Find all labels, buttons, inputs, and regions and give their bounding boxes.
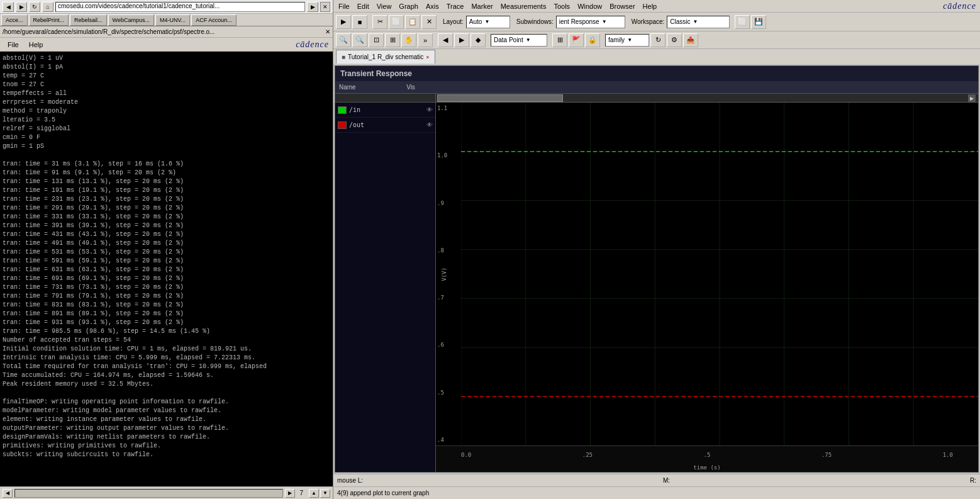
browser-tabs: Acce... RebelPrint... Rebelsail... WebCa… [0,14,333,26]
tb2-marker-btn[interactable]: ◆ [471,33,486,47]
x-val-00: 0.0 [461,452,471,458]
tb-cut-btn[interactable]: ✂ [372,15,387,29]
tb2-grid-btn[interactable]: ⊞ [552,33,567,47]
workspace-dropdown[interactable]: Classic ▼ [667,16,730,28]
signal-eye-out[interactable]: 👁 [426,121,433,128]
tab-acf[interactable]: ACF Accoun... [191,14,237,26]
path-close-icon[interactable]: ✕ [325,28,330,35]
tb-paste-btn[interactable]: 📋 [405,15,420,29]
x-val-75: .75 [821,452,832,458]
tb2-zoom-area-btn[interactable]: ⊞ [385,33,400,47]
tb2-back-btn[interactable]: ◀ [438,33,453,47]
menu-edit-right[interactable]: Edit [356,3,370,10]
tb2-arrows-btn[interactable]: » [418,33,433,47]
page-number: 7 [297,490,306,496]
window-close-button[interactable]: ✕ [320,2,330,12]
menu-trace-right[interactable]: Trace [445,3,465,10]
y-val-06: .6 [437,342,460,348]
tab-rebelpring[interactable]: RebelPrint... [29,14,69,26]
left-panel: ◀ ▶ ↻ ⌂ cmosedu.com/videos/cadence/tutor… [0,0,333,499]
chart-area[interactable]: ▶ 1.1 1.0 .9 .8 .7 .6 [436,94,978,472]
tb2-lock-btn[interactable]: 🔒 [585,33,600,47]
waveform-tabs: ■ Tutorial_1 R_div schematic × [333,49,980,64]
workspace-label: Workspace: [630,18,666,25]
signal-row-out[interactable]: /out 👁 [335,118,435,133]
tb2-pan-btn[interactable]: ✋ [401,33,416,47]
tab-m4unv[interactable]: M4-UNV... [155,14,190,26]
tb2-refresh-btn[interactable]: ↻ [650,33,665,47]
waveform-body: /in 👁 /out 👁 ▶ [335,94,978,472]
menu-tools-right[interactable]: Tools [552,3,571,10]
y-val-09: .9 [437,200,460,206]
tb2-flag-btn[interactable]: 🚩 [569,33,584,47]
home-button[interactable]: ⌂ [42,2,53,12]
tab-webcampus[interactable]: WebCampus... [108,14,154,26]
y-val-07: .7 [437,294,460,301]
family-dropdown[interactable]: family ▼ [605,34,649,47]
signal-name-out: /out [349,121,364,128]
back-button[interactable]: ◀ [3,2,14,12]
tb-copy2-btn[interactable]: ⬜ [735,15,750,29]
path-text: /home/guevaral/cadence/simulation/R_div/… [3,28,214,35]
tab-rebelsail[interactable]: Rebelsail... [70,14,107,26]
waveform-area: ■ Tutorial_1 R_div schematic × Transient… [333,49,980,474]
tb2-export-btn[interactable]: 📤 [683,33,698,47]
tb-stop-btn[interactable]: ■ [352,15,367,29]
chart-scrollbar-top[interactable]: ▶ [436,94,978,103]
menu-measurements-right[interactable]: Measurements [499,3,548,10]
data-point-dropdown[interactable]: Data Point ▼ [491,34,547,47]
tb-save-btn[interactable]: 💾 [751,15,766,29]
layout-dropdown[interactable]: Auto ▼ [466,16,510,28]
waveform-tab[interactable]: ■ Tutorial_1 R_div schematic × [336,50,435,64]
refresh-button[interactable]: ↻ [29,2,40,12]
scroll-left-btn[interactable]: ◀ [3,489,13,498]
tb2-forward-btn[interactable]: ▶ [454,33,469,47]
tab-acce[interactable]: Acce... [1,14,28,26]
signal-eye-in[interactable]: 👁 [426,106,433,113]
menu-help-left[interactable]: Help [25,41,47,48]
scroll-right-arrow[interactable]: ▶ [968,94,976,102]
tb-run-btn[interactable]: ▶ [336,15,351,29]
cadence-logo-right: cādence [943,1,976,11]
signal-row-in[interactable]: /in 👁 [335,103,435,118]
scrollbar-thumb[interactable] [437,94,563,102]
scroll-right-btn[interactable]: ▶ [285,489,295,498]
scroll-down-btn[interactable]: ▼ [320,489,330,498]
right-menubar: File Edit View Graph Axis Trace Marker M… [333,0,980,13]
url-bar[interactable]: cmosedu.com/videos/cadence/tutorial1/cad… [55,2,305,12]
horizontal-scrollbar[interactable] [14,489,283,498]
signal-color-out [338,121,347,129]
tb2-settings-btn[interactable]: ⚙ [667,33,682,47]
x-val-50: .5 [704,452,711,458]
menu-axis-right[interactable]: Axis [425,3,440,10]
menu-browser-right[interactable]: Browser [608,3,636,10]
mid-label: M: [663,477,670,484]
right-label: R: [970,477,976,484]
y-val-05: .5 [437,390,460,396]
tb2-zoom-in-btn[interactable]: 🔍 [336,33,351,47]
log-area[interactable]: abstol(V) = 1 uV abstol(I) = 1 pA temp =… [0,52,333,486]
menu-window-right[interactable]: Window [576,3,603,10]
go-button[interactable]: ▶ [307,2,318,12]
col-name-header: Name [335,84,398,91]
menu-view-right[interactable]: View [376,3,393,10]
waveform-content: Transient Response Name Vis /in 👁 [335,65,979,473]
waveform-tab-close[interactable]: × [426,54,429,60]
tb-copy-btn[interactable]: ⬜ [389,15,404,29]
menu-help-right[interactable]: Help [642,3,659,10]
x-axis-label: time (s) [436,463,978,472]
menu-marker-right[interactable]: Marker [470,3,494,10]
menu-graph-right[interactable]: Graph [398,3,420,10]
tb2-zoom-out-btn[interactable]: 🔍 [352,33,367,47]
subwindows-dropdown[interactable]: ient Response ▼ [556,16,625,28]
mouse-label: mouse L: [337,477,363,484]
scroll-up-btn[interactable]: ▲ [309,489,319,498]
tb2-zoom-fit-btn[interactable]: ⊡ [369,33,384,47]
tb-close-btn[interactable]: ✕ [421,15,437,29]
forward-button[interactable]: ▶ [16,2,27,12]
y-val-08: .8 [437,247,460,254]
menu-file-right[interactable]: File [337,3,351,10]
menu-file-left[interactable]: File [4,41,23,48]
browser-bar: ◀ ▶ ↻ ⌂ cmosedu.com/videos/cadence/tutor… [0,0,333,14]
signal-name-in: /in [349,106,360,113]
